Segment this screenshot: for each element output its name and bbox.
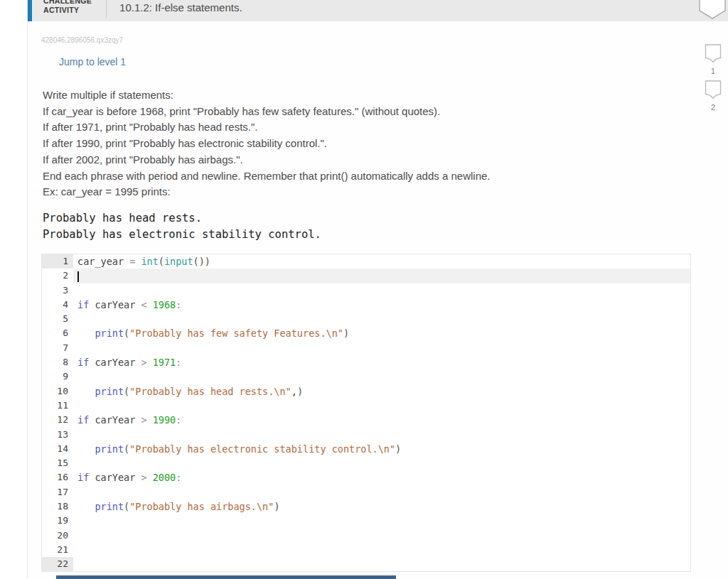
- line-number: 19: [42, 514, 73, 528]
- code-line[interactable]: 17: [42, 485, 690, 499]
- code-line[interactable]: 3: [42, 283, 690, 298]
- code-token: (: [124, 386, 129, 397]
- code-token: [77, 501, 95, 512]
- activity-kicker: CHALLENGE ACTIVITY: [43, 0, 92, 15]
- code-token: [77, 443, 95, 455]
- line-number: 11: [42, 399, 73, 413]
- code-line-content[interactable]: print("Probably has head rests.\n",): [73, 384, 690, 399]
- code-line[interactable]: 8if carYear > 1971:: [42, 355, 690, 369]
- code-line-content[interactable]: if carYear < 1968:: [73, 298, 690, 312]
- line-number: 1: [42, 254, 73, 269]
- code-token: carYear: [89, 414, 141, 426]
- jump-to-level-link[interactable]: Jump to level 1: [59, 56, 126, 67]
- code-line[interactable]: 11: [42, 399, 690, 413]
- code-editor[interactable]: 1car_year = int(input())234if carYear < …: [41, 254, 691, 572]
- code-line-content[interactable]: car_year = int(input()): [73, 254, 690, 269]
- level-banner-icon: [705, 44, 722, 63]
- code-line[interactable]: 1car_year = int(input()): [42, 254, 690, 269]
- code-token: ()): [193, 256, 210, 267]
- code-line[interactable]: 14 print("Probably has electronic stabil…: [42, 442, 690, 456]
- line-number: 12: [42, 413, 73, 427]
- code-line-content[interactable]: [73, 485, 690, 499]
- line-number: 22: [42, 557, 73, 571]
- code-token: :: [176, 299, 181, 310]
- level-indicator-column: 12: [704, 44, 722, 117]
- code-line-content[interactable]: if carYear > 2000:: [73, 470, 690, 485]
- line-number: 7: [42, 341, 73, 355]
- code-line[interactable]: 13: [42, 428, 690, 442]
- line-number: 18: [42, 499, 73, 514]
- code-line-content[interactable]: [73, 456, 690, 470]
- code-token: 1968: [153, 299, 176, 310]
- clipped-bottom-bar: [56, 575, 396, 579]
- code-token: [77, 386, 95, 397]
- problem-text-line: Ex: car_year = 1995 prints:: [43, 184, 682, 200]
- code-line-content[interactable]: if carYear > 1971:: [73, 355, 690, 369]
- accent-bar: [28, 0, 32, 21]
- code-token: if: [77, 472, 89, 483]
- code-line-content[interactable]: [73, 369, 690, 384]
- problem-text-line: If after 2002, print "Probably has airba…: [43, 152, 682, 168]
- code-line[interactable]: 12if carYear > 1990:: [42, 413, 690, 427]
- code-line[interactable]: 2: [42, 269, 690, 283]
- line-number: 14: [42, 442, 73, 456]
- level-number: 1: [704, 67, 722, 76]
- code-token: ): [274, 501, 279, 512]
- code-line-content[interactable]: if carYear > 1990:: [73, 413, 690, 427]
- challenge-banner-icon: [698, 0, 727, 21]
- code-token: >: [141, 472, 146, 483]
- code-line[interactable]: 9: [42, 369, 690, 384]
- code-token: carYear: [89, 472, 141, 483]
- example-output-line: Probably has head rests.: [43, 210, 321, 227]
- code-token: [147, 472, 153, 483]
- code-token: "Probably has few safety Features.\n": [129, 328, 343, 339]
- code-line[interactable]: 18 print("Probably has airbags.\n"): [42, 499, 690, 514]
- code-token: if: [77, 414, 89, 426]
- code-token: print: [95, 328, 124, 339]
- code-line[interactable]: 20: [42, 529, 690, 543]
- code-line-content[interactable]: print("Probably has airbags.\n"): [73, 499, 690, 514]
- code-token: if: [77, 299, 89, 310]
- line-number: 2: [42, 269, 73, 283]
- code-token: "Probably has electronic stability contr…: [129, 443, 395, 455]
- code-line-content[interactable]: print("Probably has electronic stability…: [73, 442, 690, 456]
- code-line-content[interactable]: [73, 269, 690, 283]
- problem-text-line: If after 1990, print "Probably has elect…: [43, 136, 682, 152]
- line-number: 4: [42, 298, 73, 312]
- code-token: if: [77, 357, 89, 368]
- code-token: ,: [291, 386, 297, 397]
- code-token: int: [141, 256, 158, 267]
- code-line-content[interactable]: [73, 514, 690, 528]
- code-line-content[interactable]: [73, 341, 690, 355]
- line-number: 15: [42, 456, 73, 470]
- code-line[interactable]: 10 print("Probably has head rests.\n",): [42, 384, 690, 399]
- code-line-content[interactable]: [73, 557, 690, 571]
- code-token: >: [141, 414, 146, 426]
- code-line-content[interactable]: print("Probably has few safety Features.…: [73, 326, 690, 340]
- code-line-content[interactable]: [73, 543, 690, 557]
- code-line[interactable]: 4if carYear < 1968:: [42, 298, 690, 312]
- code-token: :: [176, 357, 181, 368]
- code-token: [147, 357, 153, 368]
- code-line[interactable]: 22: [42, 557, 690, 571]
- code-line-content[interactable]: [73, 399, 690, 413]
- code-line[interactable]: 5: [42, 312, 690, 326]
- code-token: [77, 328, 95, 339]
- example-output: Probably has head rests.Probably has ele…: [43, 210, 321, 243]
- code-line[interactable]: 21: [42, 543, 690, 557]
- code-token: "Probably has head rests.\n": [129, 386, 291, 397]
- line-number: 13: [42, 428, 73, 442]
- problem-text-line: End each phrase with period and newline.…: [43, 168, 682, 185]
- code-line-content[interactable]: [73, 529, 690, 543]
- code-line[interactable]: 7: [42, 341, 690, 355]
- code-line-content[interactable]: [73, 312, 690, 326]
- code-line-content[interactable]: [73, 428, 690, 442]
- header-divider: [106, 0, 107, 18]
- kicker-line-2: ACTIVITY: [43, 6, 92, 15]
- code-line[interactable]: 19: [42, 514, 690, 528]
- code-line[interactable]: 15: [42, 456, 690, 470]
- code-line[interactable]: 6 print("Probably has few safety Feature…: [42, 326, 690, 340]
- code-line[interactable]: 16if carYear > 2000:: [42, 470, 690, 485]
- code-line-content[interactable]: [73, 283, 690, 298]
- code-token: (: [124, 443, 129, 455]
